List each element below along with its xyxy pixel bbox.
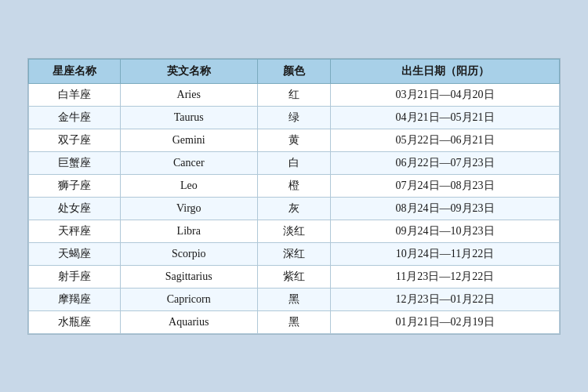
cell-date: 08月24日—09月23日 <box>331 197 560 220</box>
cell-date: 12月23日—01月22日 <box>331 288 560 310</box>
cell-date: 03月21日—04月20日 <box>331 83 560 106</box>
cell-zh: 摩羯座 <box>29 288 121 310</box>
cell-zh: 处女座 <box>29 197 121 220</box>
cell-color: 灰 <box>257 197 330 220</box>
cell-zh: 天蝎座 <box>29 242 121 265</box>
cell-zh: 水瓶座 <box>29 310 121 333</box>
cell-color: 橙 <box>257 174 330 197</box>
table-row: 天蝎座Scorpio深红10月24日—11月22日 <box>29 242 560 265</box>
table-row: 天秤座Libra淡红09月24日—10月23日 <box>29 220 560 242</box>
cell-color: 黑 <box>257 288 330 310</box>
cell-color: 深红 <box>257 242 330 265</box>
cell-color: 淡红 <box>257 220 330 242</box>
cell-zh: 双子座 <box>29 129 121 151</box>
cell-en: Aquarius <box>120 310 257 333</box>
table-row: 射手座Sagittarius紫红11月23日—12月22日 <box>29 265 560 288</box>
cell-date: 10月24日—11月22日 <box>331 242 560 265</box>
cell-color: 黑 <box>257 310 330 333</box>
cell-color: 绿 <box>257 106 330 129</box>
cell-en: Taurus <box>120 106 257 129</box>
cell-en: Capricorn <box>120 288 257 310</box>
table-row: 白羊座Aries红03月21日—04月20日 <box>29 83 560 106</box>
table-row: 金牛座Taurus绿04月21日—05月21日 <box>29 106 560 129</box>
table-row: 双子座Gemini黄05月22日—06月21日 <box>29 129 560 151</box>
zodiac-table-container: 星座名称 英文名称 颜色 出生日期（阳历） 白羊座Aries红03月21日—04… <box>27 58 561 335</box>
cell-en: Libra <box>120 220 257 242</box>
cell-color: 红 <box>257 83 330 106</box>
cell-date: 06月22日—07月23日 <box>331 151 560 174</box>
cell-color: 紫红 <box>257 265 330 288</box>
cell-en: Scorpio <box>120 242 257 265</box>
table-row: 狮子座Leo橙07月24日—08月23日 <box>29 174 560 197</box>
cell-zh: 狮子座 <box>29 174 121 197</box>
header-color: 颜色 <box>257 59 330 83</box>
header-zh: 星座名称 <box>29 59 121 83</box>
table-row: 处女座Virgo灰08月24日—09月23日 <box>29 197 560 220</box>
cell-date: 04月21日—05月21日 <box>331 106 560 129</box>
cell-en: Sagittarius <box>120 265 257 288</box>
cell-en: Gemini <box>120 129 257 151</box>
cell-date: 07月24日—08月23日 <box>331 174 560 197</box>
cell-color: 黄 <box>257 129 330 151</box>
zodiac-table: 星座名称 英文名称 颜色 出生日期（阳历） 白羊座Aries红03月21日—04… <box>28 59 560 334</box>
cell-zh: 射手座 <box>29 265 121 288</box>
table-row: 巨蟹座Cancer白06月22日—07月23日 <box>29 151 560 174</box>
cell-en: Cancer <box>120 151 257 174</box>
cell-en: Leo <box>120 174 257 197</box>
cell-date: 01月21日—02月19日 <box>331 310 560 333</box>
table-row: 摩羯座Capricorn黑12月23日—01月22日 <box>29 288 560 310</box>
table-row: 水瓶座Aquarius黑01月21日—02月19日 <box>29 310 560 333</box>
header-date: 出生日期（阳历） <box>331 59 560 83</box>
cell-zh: 天秤座 <box>29 220 121 242</box>
table-header-row: 星座名称 英文名称 颜色 出生日期（阳历） <box>29 59 560 83</box>
header-en: 英文名称 <box>120 59 257 83</box>
cell-zh: 巨蟹座 <box>29 151 121 174</box>
cell-zh: 白羊座 <box>29 83 121 106</box>
cell-color: 白 <box>257 151 330 174</box>
cell-date: 05月22日—06月21日 <box>331 129 560 151</box>
cell-date: 09月24日—10月23日 <box>331 220 560 242</box>
cell-en: Virgo <box>120 197 257 220</box>
cell-en: Aries <box>120 83 257 106</box>
cell-date: 11月23日—12月22日 <box>331 265 560 288</box>
cell-zh: 金牛座 <box>29 106 121 129</box>
